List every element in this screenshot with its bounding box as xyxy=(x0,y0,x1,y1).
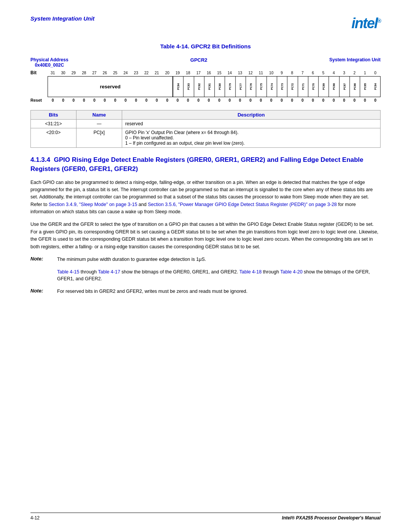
pc-bit-cell: PC71 xyxy=(298,77,308,97)
pc-bit-cell: PC66 xyxy=(349,77,360,97)
note-3-row: Note: For reserved bits in GRER2 and GFE… xyxy=(30,288,381,295)
reg-header-row: Physical Address 0x40E0_002C GPCR2 Syste… xyxy=(30,57,381,68)
reset-value: 0 xyxy=(79,98,89,102)
bit-label: Bit xyxy=(30,70,48,75)
bit-number: 24 xyxy=(120,71,131,75)
pc-bit-cell: PC76 xyxy=(245,77,256,97)
reset-value: 0 xyxy=(245,98,256,102)
link-section-356[interactable]: Section 3.5.6, "Power Manager GPIO Edge … xyxy=(148,202,337,207)
reset-value: 0 xyxy=(256,98,266,102)
reset-value: 0 xyxy=(235,98,245,102)
page-footer: 4-12 Intel® PXA255 Processor Developer's… xyxy=(30,513,381,521)
note-1-row: Note: The minimum pulse width duration t… xyxy=(30,256,381,263)
reserved-cell: reserved xyxy=(48,77,173,97)
bit-number: 11 xyxy=(256,71,266,75)
note-3-text: For reserved bits in GRER2 and GFER2, wr… xyxy=(57,288,247,295)
bit-number: 13 xyxy=(235,71,245,75)
bit-number: 6 xyxy=(308,71,318,75)
link-table-415[interactable]: Table 4-15 xyxy=(57,269,79,275)
note-2-text-block: Table 4-15 through Table 4-17 show the b… xyxy=(57,268,381,283)
pc-bit-cell: PC82 xyxy=(194,77,204,97)
reset-value: 0 xyxy=(58,98,68,102)
pc-bit-cell: PC83 xyxy=(183,77,193,97)
reset-value: 0 xyxy=(318,98,328,102)
bit-number: 10 xyxy=(266,71,276,75)
reset-value: 0 xyxy=(297,98,307,102)
note-1-text: The minimum pulse width duration to guar… xyxy=(57,256,206,263)
reset-value: 0 xyxy=(339,98,349,102)
bit-number: 25 xyxy=(110,71,120,75)
reset-value: 0 xyxy=(151,98,162,102)
pc-bit-cell: PC84 xyxy=(173,77,183,97)
bit-number: 28 xyxy=(79,71,89,75)
bit-numbers: 3130292827262524232221201918171615141312… xyxy=(48,71,381,75)
pc-bit-cell: PC81 xyxy=(204,77,214,97)
reset-value: 0 xyxy=(328,98,339,102)
bit-number: 9 xyxy=(277,71,287,75)
bit-number: 8 xyxy=(287,71,297,75)
pc-bit-cell: PC67 xyxy=(339,77,349,97)
reset-value: 0 xyxy=(172,98,183,102)
reset-value: 0 xyxy=(287,98,297,102)
reset-value: 0 xyxy=(360,98,370,102)
cell-name: — xyxy=(76,120,122,128)
bit-number: 16 xyxy=(204,71,214,75)
col-name-header: Name xyxy=(76,110,122,120)
reset-value: 0 xyxy=(370,98,381,102)
note-1-label: Note: xyxy=(30,256,53,262)
note-3-label: Note: xyxy=(30,288,53,294)
link-table-420[interactable]: Table 4-20 xyxy=(280,269,302,275)
table-title: Table 4-14. GPCR2 Bit Definitions xyxy=(30,43,381,50)
bit-number: 30 xyxy=(58,71,68,75)
pc-bits-cells: PC84PC83PC82PC81PC80PC79PC77PC76PC75PC74… xyxy=(173,77,380,97)
bit-number: 12 xyxy=(245,71,256,75)
reset-value: 0 xyxy=(89,98,99,102)
bit-number: 31 xyxy=(48,71,58,75)
footer-manual-title: Intel® PXA255 Processor Developer's Manu… xyxy=(282,515,381,521)
bit-number: 0 xyxy=(370,71,381,75)
reset-value: 0 xyxy=(110,98,120,102)
link-section-349[interactable]: Section 3.4.9, "Sleep Mode" on page 3-15 xyxy=(49,202,137,207)
bit-number: 19 xyxy=(172,71,183,75)
page-header: System Integration Unit intel® xyxy=(30,15,381,32)
header-title: System Integration Unit xyxy=(30,15,94,22)
reset-row: Reset 00000000000000000000000000000000 xyxy=(30,98,381,102)
reset-value: 0 xyxy=(120,98,131,102)
reset-values: 00000000000000000000000000000000 xyxy=(48,98,381,102)
cell-bits: <20:0> xyxy=(31,128,76,148)
pc-bit-cell: PC79 xyxy=(225,77,235,97)
bit-number: 17 xyxy=(193,71,204,75)
intel-reg: ® xyxy=(378,18,381,24)
bit-number: 20 xyxy=(162,71,172,75)
reset-value: 0 xyxy=(131,98,141,102)
table-row: <31:21> — reserved xyxy=(31,120,381,128)
gpcr2-label: GPCR2 xyxy=(190,57,207,68)
bit-number: 1 xyxy=(360,71,370,75)
bit-number: 7 xyxy=(297,71,307,75)
reset-value: 0 xyxy=(214,98,225,102)
pc-bit-cell: PC74 xyxy=(266,77,277,97)
pc-bit-cell: PC80 xyxy=(214,77,225,97)
pc-bit-cell: PC65 xyxy=(360,77,370,97)
reset-value: 0 xyxy=(183,98,193,102)
bit-numbers-row: Bit 313029282726252423222120191817161514… xyxy=(30,70,381,75)
table-row: <20:0> PC[x] GPIO Pin 'x' Output Pin Cle… xyxy=(31,128,381,148)
reset-value: 0 xyxy=(349,98,360,102)
bit-number: 22 xyxy=(141,71,151,75)
reset-value: 0 xyxy=(266,98,276,102)
bit-number: 5 xyxy=(318,71,328,75)
reset-value: 0 xyxy=(48,98,58,102)
pc-bit-cell: PC70 xyxy=(308,77,318,97)
bit-number: 23 xyxy=(131,71,141,75)
page: System Integration Unit intel® Table 4-1… xyxy=(0,0,411,532)
system-integration-label: System Integration Unit xyxy=(329,57,381,68)
cell-desc: reserved xyxy=(122,120,381,128)
reset-value: 0 xyxy=(225,98,235,102)
link-table-417[interactable]: Table 4-17 xyxy=(98,269,120,275)
cell-desc: GPIO Pin 'x' Output Pin Clear (where x= … xyxy=(122,128,381,148)
bit-number: 21 xyxy=(151,71,162,75)
reset-value: 0 xyxy=(162,98,172,102)
reset-value: 0 xyxy=(193,98,204,102)
cell-bits: <31:21> xyxy=(31,120,76,128)
link-table-418[interactable]: Table 4-18 xyxy=(239,269,261,275)
